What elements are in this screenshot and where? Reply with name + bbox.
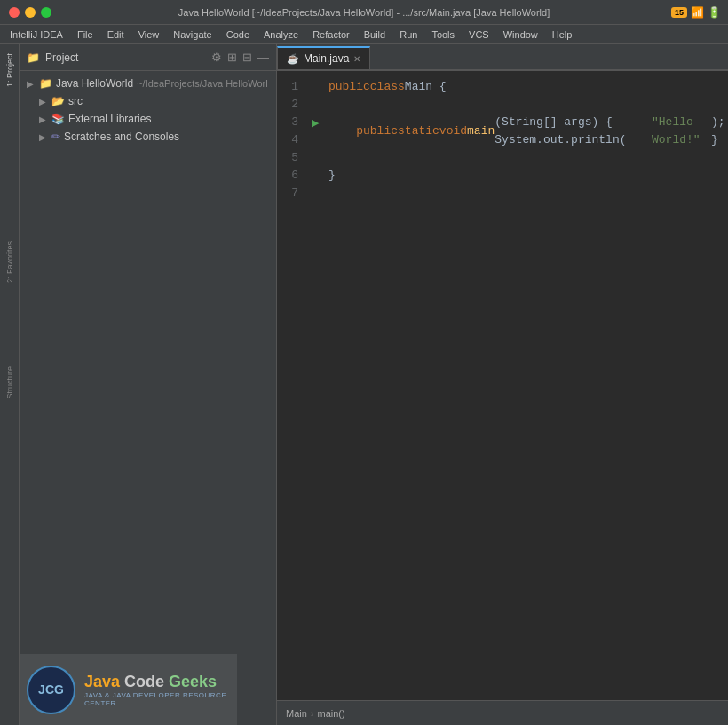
breadcrumb: Main › main() <box>286 708 345 719</box>
menu-vcs[interactable]: VCS <box>463 28 495 42</box>
wifi-icon: 📶 <box>691 6 704 19</box>
code-line-6 <box>328 185 728 202</box>
minimize-button[interactable] <box>25 7 36 18</box>
closing-brace: } <box>328 167 336 185</box>
close-button[interactable] <box>9 7 20 18</box>
keyword-class: class <box>370 78 405 96</box>
code-line-1: public class Main { <box>328 78 728 96</box>
code-editor[interactable]: public class Main { public static void m… <box>321 71 728 700</box>
menu-file[interactable]: File <box>71 28 99 42</box>
title-bar: Java HelloWorld [~/IdeaProjects/Java Hel… <box>0 0 728 25</box>
watermark-geeks: Geeks <box>169 673 217 690</box>
title-bar-right: 15 📶 🔋 <box>671 6 728 19</box>
watermark: JCG Java Code Geeks JAVA & JAVA DEVELOPE… <box>20 654 237 725</box>
traffic-lights <box>0 7 51 18</box>
method-main: main <box>467 122 495 140</box>
tree-item-ext-libraries[interactable]: ▶ 📚 External Libraries <box>20 110 276 128</box>
line-number-2: 2 <box>277 96 305 114</box>
java-file-icon: ☕ <box>287 53 299 65</box>
menu-bar: IntelliJ IDEA File Edit View Navigate Co… <box>0 25 728 44</box>
tree-item-label: src <box>68 95 83 107</box>
tree-item-label: Java HelloWorld <box>56 77 133 90</box>
menu-tools[interactable]: Tools <box>425 28 461 42</box>
line-number-3: 3 <box>277 114 305 131</box>
menu-build[interactable]: Build <box>358 28 392 42</box>
code-line-3: public static void main (String[] args) … <box>328 114 728 149</box>
tree-expand-arrow: ▶ <box>27 79 39 89</box>
tree-item-label: External Libraries <box>68 113 151 125</box>
watermark-main-text: Java Code Geeks <box>84 673 230 691</box>
line-number-1: 1 <box>277 78 305 96</box>
more-icon[interactable]: — <box>257 51 269 64</box>
battery-icon: 🔋 <box>708 6 721 19</box>
project-panel-header: 📁 Project ⚙ ⊞ ⊟ — <box>20 44 276 71</box>
keyword-public: public <box>356 122 398 140</box>
tree-item-scratches[interactable]: ▶ ✏ Scratches and Consoles <box>20 128 276 146</box>
structure-tool-button[interactable]: Structure <box>4 361 16 405</box>
code-close: ); } <box>711 114 728 149</box>
tree-item-root[interactable]: ▶ 📁 Java HelloWorld ~/IdeaProjects/Java … <box>20 75 276 92</box>
tab-main-java[interactable]: ☕ Main.java ✕ <box>277 46 370 69</box>
watermark-code: Code <box>124 673 169 690</box>
menu-intellij[interactable]: IntelliJ IDEA <box>4 28 69 42</box>
line-number-5: 5 <box>277 149 305 167</box>
keyword-void: void <box>439 122 467 140</box>
menu-analyze[interactable]: Analyze <box>257 28 305 42</box>
project-tree: ▶ 📁 Java HelloWorld ~/IdeaProjects/Java … <box>20 71 276 725</box>
editor-area: ☕ Main.java ✕ 1 2 3 4 5 6 7 <box>277 44 728 725</box>
notification-badge: 15 <box>671 7 687 18</box>
editor-content[interactable]: 1 2 3 4 5 6 7 ▶ public <box>277 71 728 700</box>
main-layout: 1: Project 2: Favorites Structure 📁 Proj… <box>0 44 728 725</box>
run-gutter-column: ▶ <box>309 71 321 700</box>
code-params: (String[] args) { System.out.println( <box>495 114 652 149</box>
line-number-4: 4 <box>277 131 305 149</box>
indent <box>328 122 356 140</box>
line-numbers: 1 2 3 4 5 6 7 <box>277 71 309 700</box>
tab-close-button[interactable]: ✕ <box>353 54 360 64</box>
breadcrumb-method: main() <box>318 708 345 719</box>
menu-help[interactable]: Help <box>546 28 579 42</box>
menu-view[interactable]: View <box>132 28 166 42</box>
tree-item-path: ~/IdeaProjects/Java HelloWorl <box>137 78 267 89</box>
class-name: Main { <box>405 78 447 96</box>
status-bar: Main › main() <box>277 700 728 725</box>
menu-edit[interactable]: Edit <box>101 28 131 42</box>
expand-icon[interactable]: ⊞ <box>227 51 237 64</box>
menu-run[interactable]: Run <box>393 28 423 42</box>
menu-code[interactable]: Code <box>220 28 256 42</box>
code-line-7 <box>328 202 728 220</box>
project-tool-button[interactable]: 1: Project <box>4 48 16 92</box>
panel-title: Project <box>45 51 206 64</box>
tree-expand-arrow: ▶ <box>39 97 51 106</box>
settings-icon[interactable]: ⚙ <box>211 51 222 64</box>
tree-item-src[interactable]: ▶ 📂 src <box>20 92 276 110</box>
breadcrumb-separator: › <box>311 708 314 719</box>
string-hello-world: "Hello World!" <box>652 114 711 149</box>
code-line-5: } <box>328 167 728 185</box>
menu-navigate[interactable]: Navigate <box>167 28 218 42</box>
scratch-icon: ✏ <box>51 130 60 143</box>
watermark-text: Java Code Geeks JAVA & JAVA DEVELOPER RE… <box>84 673 230 707</box>
folder-icon: 📁 <box>27 51 40 64</box>
code-line-4 <box>328 149 728 167</box>
tab-label: Main.java <box>304 52 349 65</box>
maximize-button[interactable] <box>41 7 51 18</box>
watermark-java: Java <box>84 673 124 690</box>
keyword-static: static <box>398 122 439 140</box>
collapse-icon[interactable]: ⊟ <box>242 51 252 64</box>
code-line-2 <box>328 96 728 114</box>
window-title: Java HelloWorld [~/IdeaProjects/Java Hel… <box>178 7 550 18</box>
favorites-tool-button[interactable]: 2: Favorites <box>4 236 16 288</box>
menu-refactor[interactable]: Refactor <box>306 28 356 42</box>
line-number-6: 6 <box>277 167 305 185</box>
watermark-logo: JCG <box>27 666 75 714</box>
src-folder-icon: 📂 <box>51 95 65 107</box>
folder-icon: 📁 <box>39 77 52 90</box>
breadcrumb-main: Main <box>286 708 307 719</box>
run-gutter-line3[interactable]: ▶ <box>309 114 321 131</box>
watermark-logo-text: JCG <box>38 682 64 697</box>
watermark-subtitle: JAVA & JAVA DEVELOPER RESOURCE CENTER <box>84 691 230 707</box>
tree-expand-arrow: ▶ <box>39 132 51 142</box>
menu-window[interactable]: Window <box>497 28 544 42</box>
tree-expand-arrow: ▶ <box>39 114 51 124</box>
